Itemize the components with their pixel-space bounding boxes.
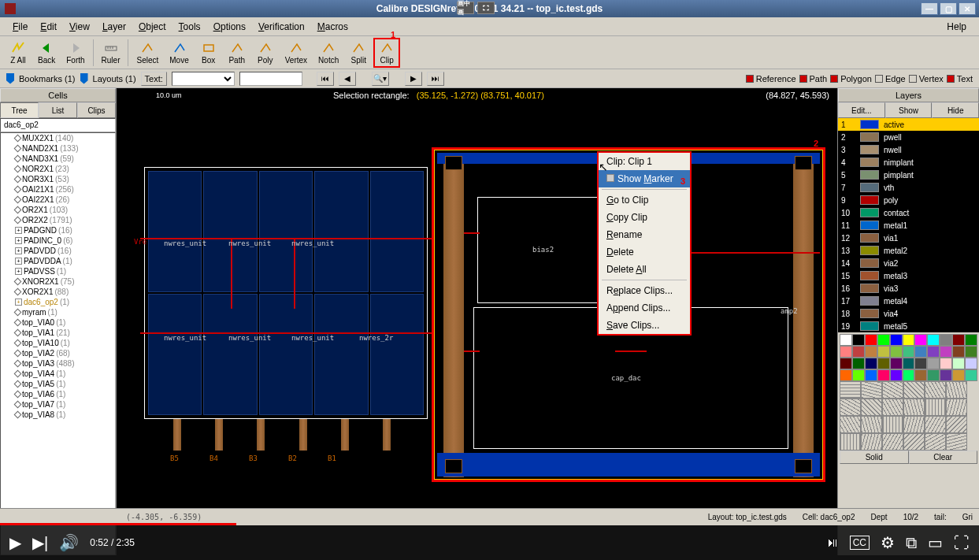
tree-expand-icon[interactable] bbox=[14, 288, 22, 296]
layer-metal2[interactable]: 13metal2 bbox=[838, 244, 979, 257]
cell-PADVDDA[interactable]: + PADVDDA (1) bbox=[1, 256, 115, 266]
layer-via1[interactable]: 12via1 bbox=[838, 232, 979, 244]
cell-top_VIA7[interactable]: top_VIA7 (1) bbox=[1, 399, 115, 410]
theater-button[interactable]: ▭ bbox=[928, 533, 943, 552]
palette-color[interactable] bbox=[890, 358, 903, 369]
layer-metal4[interactable]: 17metal4 bbox=[838, 295, 979, 307]
layer-btn-edit..[interactable]: Edit... bbox=[838, 102, 885, 118]
palette-color[interactable] bbox=[903, 334, 915, 346]
pattern-swatch[interactable] bbox=[840, 416, 861, 433]
tree-expand-icon[interactable] bbox=[14, 135, 22, 143]
legend-vertex[interactable]: Vertex bbox=[909, 74, 944, 83]
palette-color[interactable] bbox=[965, 358, 977, 369]
bookmarks-label[interactable]: Bookmarks (1) bbox=[19, 74, 76, 83]
tab-list[interactable]: List bbox=[39, 102, 77, 118]
pattern-swatch[interactable] bbox=[925, 416, 946, 433]
text-dropdown[interactable] bbox=[172, 72, 235, 86]
tree-expand-icon[interactable] bbox=[14, 217, 22, 224]
miniplayer-button[interactable]: ⧉ bbox=[906, 534, 917, 552]
layer-via2[interactable]: 14via2 bbox=[838, 257, 979, 269]
tree-expand-icon[interactable] bbox=[14, 278, 22, 286]
tree-expand-icon[interactable] bbox=[14, 145, 22, 153]
cell-myram[interactable]: myram (1) bbox=[1, 307, 115, 317]
layer-pimplant[interactable]: 5pimplant bbox=[838, 169, 979, 181]
tool-path[interactable]: Path bbox=[224, 38, 250, 68]
tree-expand-icon[interactable]: + bbox=[15, 268, 22, 275]
tree-expand-icon[interactable] bbox=[14, 411, 22, 419]
pattern-swatch[interactable] bbox=[861, 399, 882, 416]
tool-forth[interactable]: Forth bbox=[61, 38, 89, 68]
tool-split[interactable]: Split bbox=[345, 38, 372, 68]
cell-XNOR2X1[interactable]: XNOR2X1 (75) bbox=[1, 276, 115, 287]
tree-expand-icon[interactable]: + bbox=[15, 299, 22, 306]
cell-dac6_op2[interactable]: + dac6_op2 (1) bbox=[1, 297, 115, 307]
settings-button[interactable]: ⚙ bbox=[881, 533, 895, 552]
cc-button[interactable]: CC bbox=[850, 536, 870, 550]
palette-color[interactable] bbox=[952, 346, 965, 358]
tool-ruler[interactable]: Ruler bbox=[97, 38, 125, 68]
cell-OAI21X1[interactable]: OAI21X1 (256) bbox=[1, 184, 115, 195]
cell-NOR2X1[interactable]: NOR2X1 (23) bbox=[1, 164, 115, 174]
tree-expand-icon[interactable] bbox=[14, 186, 22, 194]
tree-expand-icon[interactable] bbox=[14, 196, 22, 204]
menu-view[interactable]: View bbox=[63, 20, 96, 34]
cell-top_VIA0[interactable]: top_VIA0 (1) bbox=[1, 317, 115, 328]
tree-expand-icon[interactable] bbox=[14, 319, 22, 327]
pattern-swatch[interactable] bbox=[925, 399, 946, 416]
palette-color[interactable] bbox=[927, 358, 940, 369]
nav-prev[interactable]: ◀ bbox=[339, 72, 356, 86]
pattern-swatch[interactable] bbox=[882, 416, 903, 433]
overlay-btn-2[interactable]: ⛶ bbox=[477, 2, 495, 14]
pattern-swatch[interactable] bbox=[946, 381, 967, 399]
cell-top_VIA10[interactable]: top_VIA10 (1) bbox=[1, 338, 115, 348]
pattern-swatch[interactable] bbox=[946, 399, 967, 416]
pattern-swatch[interactable] bbox=[861, 433, 882, 451]
menu-verification[interactable]: Verification bbox=[252, 20, 311, 34]
layer-active[interactable]: 1active bbox=[838, 118, 979, 131]
palette-color[interactable] bbox=[865, 358, 877, 369]
legend-edge[interactable]: Edge bbox=[875, 74, 906, 83]
pattern-swatch[interactable] bbox=[861, 381, 882, 399]
menu-macros[interactable]: Macros bbox=[311, 20, 354, 34]
tree-expand-icon[interactable] bbox=[14, 401, 22, 409]
tool-move[interactable]: Move bbox=[165, 38, 193, 68]
palette-color[interactable] bbox=[865, 346, 877, 358]
pattern-swatch[interactable] bbox=[946, 433, 967, 451]
pattern-swatch[interactable] bbox=[903, 416, 925, 433]
layer-nimplant[interactable]: 4nimplant bbox=[838, 156, 979, 169]
tree-expand-icon[interactable] bbox=[14, 155, 22, 163]
tool-z-all[interactable]: Z All bbox=[5, 38, 32, 68]
tree-expand-icon[interactable] bbox=[14, 165, 22, 173]
layer-metal3[interactable]: 15metal3 bbox=[838, 269, 979, 282]
palette-color[interactable] bbox=[890, 346, 903, 358]
nav-first[interactable]: ⏮ bbox=[317, 72, 334, 86]
layer-btn-hide[interactable]: Hide bbox=[932, 102, 979, 118]
palette-color[interactable] bbox=[965, 369, 977, 381]
layer-btn-show[interactable]: Show bbox=[885, 102, 933, 118]
palette-color[interactable] bbox=[927, 334, 940, 346]
menu-layer[interactable]: Layer bbox=[96, 20, 132, 34]
palette-color[interactable] bbox=[903, 346, 915, 358]
close-button[interactable]: ✕ bbox=[959, 2, 976, 15]
palette-color[interactable] bbox=[940, 334, 952, 346]
pattern-swatch[interactable] bbox=[903, 433, 925, 451]
ctx-copy-clip[interactable]: Copy Clip bbox=[599, 209, 690, 226]
pattern-swatch[interactable] bbox=[861, 416, 882, 433]
tool-vertex[interactable]: Vertex bbox=[280, 38, 312, 68]
cell-MUX2X1[interactable]: MUX2X1 (140) bbox=[1, 133, 115, 143]
cell-tree[interactable]: MUX2X1 (140) NAND2X1 (133) NAND3X1 (59) … bbox=[0, 132, 116, 555]
autoplay-toggle[interactable]: ⏯ bbox=[826, 536, 839, 550]
palette-color[interactable] bbox=[852, 334, 865, 346]
cell-PADGND[interactable]: + PADGND (16) bbox=[1, 225, 115, 235]
palette-color[interactable] bbox=[914, 358, 927, 369]
palette-color[interactable] bbox=[890, 334, 903, 346]
cell-top_VIA4[interactable]: top_VIA4 (1) bbox=[1, 369, 115, 379]
cell-OAI22X1[interactable]: OAI22X1 (26) bbox=[1, 195, 115, 205]
tool-clip[interactable]: 1Clip bbox=[373, 38, 400, 68]
tree-expand-icon[interactable] bbox=[14, 329, 22, 337]
cell-NAND3X1[interactable]: NAND3X1 (59) bbox=[1, 154, 115, 164]
clear-button[interactable]: Clear bbox=[909, 451, 978, 464]
cell-NOR3X1[interactable]: NOR3X1 (53) bbox=[1, 174, 115, 184]
ctx-delete-all[interactable]: Delete All bbox=[599, 261, 690, 278]
tool-back[interactable]: Back bbox=[33, 38, 60, 68]
